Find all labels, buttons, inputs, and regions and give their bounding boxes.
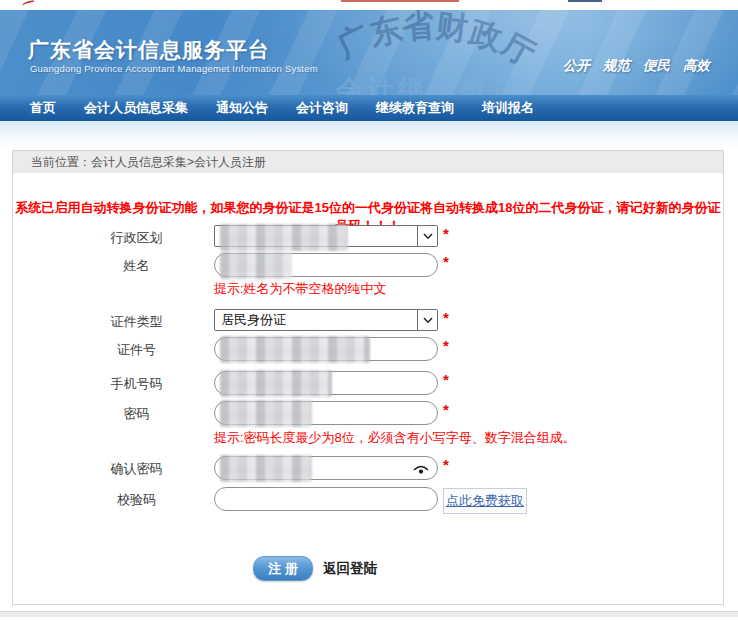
masked-value — [220, 400, 312, 427]
required-asterisk: * — [443, 225, 449, 242]
chevron-down-icon[interactable] — [417, 226, 437, 246]
password-input[interactable] — [214, 401, 438, 425]
footer-divider — [0, 611, 738, 617]
form-row-id-number: 证件号 * — [13, 337, 723, 363]
content-panel: 当前位置：会计人员信息采集>会计人员注册 系统已启用自动转换身份证功能，如果您的… — [12, 150, 724, 605]
password-hint: 提示:密码长度最少为8位，必须含有小写字母、数字混合组成。 — [214, 429, 576, 447]
masked-value — [220, 455, 312, 482]
form-row-mobile: 手机号码 * — [13, 371, 723, 397]
password-reveal-eye-icon[interactable] — [413, 462, 429, 475]
id-number-input[interactable] — [214, 337, 438, 361]
slogan-efficient: 高效 — [683, 57, 710, 75]
site-subtitle: Guangdong Province Accountant Managemet … — [30, 63, 318, 74]
form-row-captcha: 校验码 点此免费获取 — [13, 487, 723, 513]
seal-fragment-line — [341, 0, 459, 2]
region-label: 行政区划 — [13, 229, 214, 247]
required-asterisk: * — [443, 371, 449, 388]
confirm-password-label: 确认密码 — [13, 460, 214, 478]
breadcrumb: 当前位置：会计人员信息采集>会计人员注册 — [13, 151, 723, 173]
required-asterisk: * — [443, 309, 449, 326]
nav-item-home[interactable]: 首页 — [16, 99, 70, 117]
back-to-login-link[interactable]: 返回登陆 — [323, 560, 377, 578]
header-banner: 广 东 省 财 政 厅 会计继续教育 广东省会计信息服务平台 Guangdong… — [0, 10, 738, 95]
top-strip — [0, 0, 738, 10]
breadcrumb-path: 会计人员信息采集>会计人员注册 — [91, 155, 266, 169]
id-type-select-value: 居民身份证 — [215, 310, 417, 330]
slogan-open: 公开 — [563, 57, 590, 75]
captcha-label: 校验码 — [13, 491, 214, 509]
slogan-standard: 规范 — [603, 57, 630, 75]
form-row-id-type: 证件类型 居民身份证 * — [13, 309, 723, 335]
seal-char: 省 — [401, 10, 436, 50]
name-hint: 提示:姓名为不带空格的纯中文 — [214, 280, 387, 298]
get-captcha-link[interactable]: 点此免费获取 — [443, 488, 527, 514]
required-asterisk: * — [443, 253, 449, 270]
slogan-convenient: 便民 — [643, 57, 670, 75]
captcha-input[interactable] — [214, 487, 438, 511]
form-row-region: 行政区划 * — [13, 225, 723, 251]
masked-value — [220, 370, 332, 397]
register-button[interactable]: 注册 — [253, 556, 313, 581]
slogan-links: 公开 规范 便民 高效 — [563, 57, 710, 75]
edu-watermark: 会计继续教育 — [336, 72, 522, 95]
required-asterisk: * — [443, 337, 449, 354]
masked-value — [220, 224, 348, 251]
nav-fade-strip — [0, 121, 738, 150]
form-row-password: 密码 * — [13, 401, 723, 427]
nav-item-info-collection[interactable]: 会计人员信息采集 — [70, 99, 202, 117]
breadcrumb-label: 当前位置： — [31, 155, 91, 169]
nav-item-announcements[interactable]: 通知公告 — [202, 99, 282, 117]
masked-value — [220, 336, 370, 363]
seal-char: 财 — [433, 10, 470, 52]
name-input[interactable] — [214, 253, 438, 277]
name-label: 姓名 — [13, 257, 214, 275]
main-nav: 首页 会计人员信息采集 通知公告 会计咨询 继续教育查询 培训报名 — [0, 95, 738, 121]
masked-value — [220, 252, 292, 279]
seal-watermark: 广 东 省 财 政 厅 — [330, 10, 590, 72]
id-type-label: 证件类型 — [13, 313, 214, 331]
nav-item-continuing-education[interactable]: 继续教育查询 — [362, 99, 468, 117]
confirm-password-input[interactable] — [214, 456, 438, 480]
nav-item-consultation[interactable]: 会计咨询 — [282, 99, 362, 117]
mobile-input[interactable] — [214, 371, 438, 395]
form-row-confirm-password: 确认密码 * — [13, 456, 723, 482]
site-title: 广东省会计信息服务平台 — [28, 36, 270, 64]
required-asterisk: * — [443, 401, 449, 418]
seal-fragment-icon — [21, 0, 35, 8]
banner-fragment-line — [568, 0, 602, 2]
password-label: 密码 — [13, 405, 214, 423]
mobile-label: 手机号码 — [13, 375, 214, 393]
form-row-name: 姓名 * — [13, 253, 723, 279]
nav-item-training-signup[interactable]: 培训报名 — [468, 99, 548, 117]
chevron-down-icon[interactable] — [417, 310, 437, 330]
page: 广 东 省 财 政 厅 会计继续教育 广东省会计信息服务平台 Guangdong… — [0, 0, 738, 620]
form-actions: 注册 返回登陆 — [13, 556, 723, 582]
id-number-label: 证件号 — [13, 341, 214, 359]
region-select[interactable] — [214, 225, 438, 247]
id-type-select[interactable]: 居民身份证 — [214, 309, 438, 331]
required-asterisk: * — [443, 456, 449, 473]
